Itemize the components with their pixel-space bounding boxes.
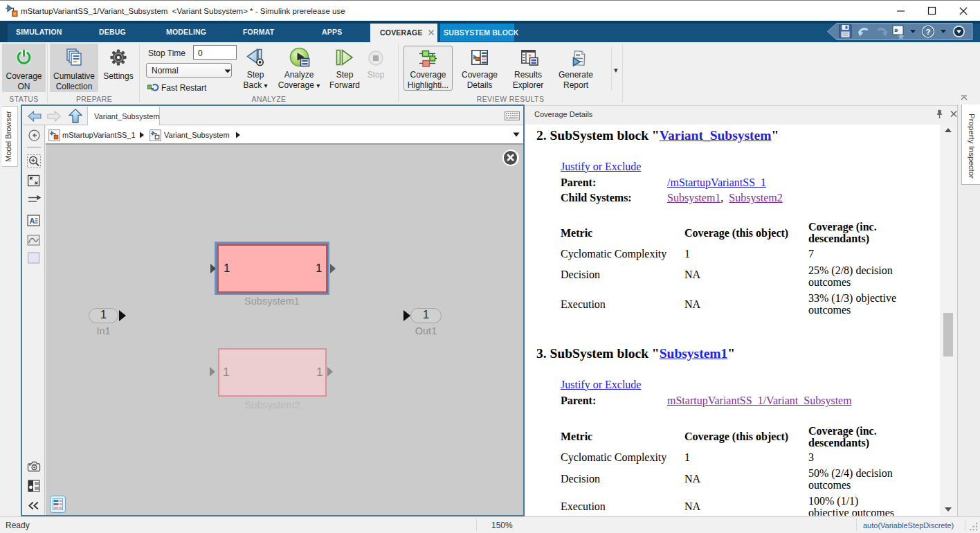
svg-text:»: » <box>894 26 898 34</box>
svg-text:?: ? <box>926 28 931 36</box>
svg-text:A: A <box>30 217 35 225</box>
